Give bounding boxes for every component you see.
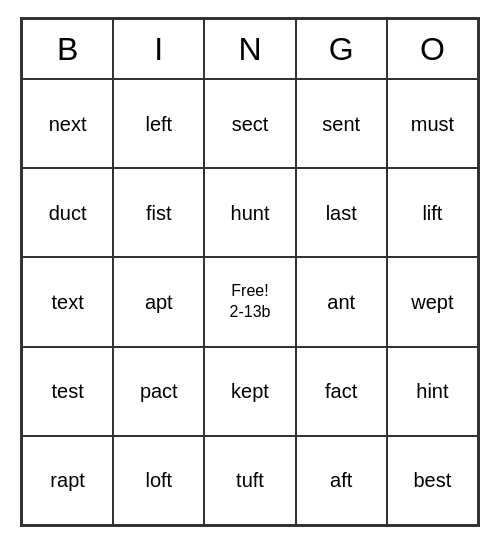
cell-3-3: fact — [296, 347, 387, 436]
cell-1-0: duct — [22, 168, 113, 257]
cell-3-1: pact — [113, 347, 204, 436]
cell-0-0: next — [22, 79, 113, 168]
cell-2-4: wept — [387, 257, 478, 346]
cell-1-2: hunt — [204, 168, 295, 257]
header-i: I — [113, 19, 204, 79]
cell-3-0: test — [22, 347, 113, 436]
cell-0-3: sent — [296, 79, 387, 168]
cell-2-3: ant — [296, 257, 387, 346]
cell-1-3: last — [296, 168, 387, 257]
cell-4-1: loft — [113, 436, 204, 525]
header-g: G — [296, 19, 387, 79]
cell-0-1: left — [113, 79, 204, 168]
cell-2-2-free: Free!2-13b — [204, 257, 295, 346]
header-o: O — [387, 19, 478, 79]
cell-3-2: kept — [204, 347, 295, 436]
cell-1-4: lift — [387, 168, 478, 257]
cell-2-1: apt — [113, 257, 204, 346]
cell-4-2: tuft — [204, 436, 295, 525]
header-n: N — [204, 19, 295, 79]
cell-4-4: best — [387, 436, 478, 525]
cell-2-0: text — [22, 257, 113, 346]
cell-4-3: aft — [296, 436, 387, 525]
cell-4-0: rapt — [22, 436, 113, 525]
header-b: B — [22, 19, 113, 79]
cell-0-2: sect — [204, 79, 295, 168]
bingo-card: B I N G O next left sect sent must duct … — [20, 17, 480, 527]
cell-0-4: must — [387, 79, 478, 168]
cell-1-1: fist — [113, 168, 204, 257]
cell-3-4: hint — [387, 347, 478, 436]
